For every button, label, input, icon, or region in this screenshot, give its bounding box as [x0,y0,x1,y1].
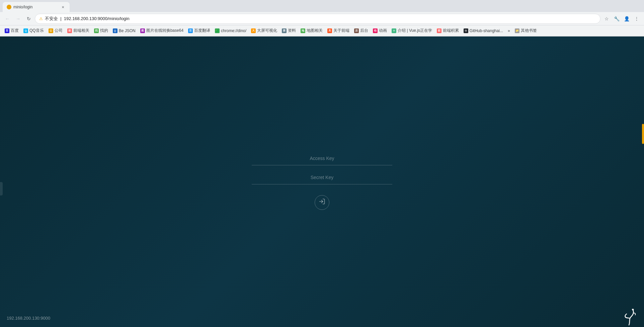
secret-key-input[interactable] [252,173,392,181]
bookmark-star-button[interactable]: ☆ [602,14,611,23]
bookmark-favicon: 百 [5,28,9,33]
bookmark-favicon: 动 [373,28,378,33]
access-key-input[interactable] [252,154,392,162]
bookmark-vue[interactable]: V 介绍 | Vue.js正在学 [390,27,434,34]
svg-point-1 [632,309,634,311]
browser-chrome: minio/login ✕ ← → ↻ ⚠ 不安全 | 192.168.200.… [0,0,644,36]
bookmark-favicon: 找 [94,28,99,33]
tab-close-button[interactable]: ✕ [60,4,66,10]
bookmark-label: 公司 [55,28,63,33]
bookmark-label: 找的 [100,28,108,33]
more-button[interactable]: ⋮ [632,14,641,23]
toolbar-right: ☆ 🔧 👤 ⋮ [602,14,641,23]
bookmark-github[interactable]: G GitHub-shanghai... [462,27,505,34]
main-content: 192.168.200.130:9000 [0,36,644,327]
bookmark-favicon: {} [113,28,117,33]
left-scroll-indicator [0,182,3,195]
bookmark-more[interactable]: » [506,27,512,34]
access-key-group [252,154,392,165]
bookmark-favicon: 🦕 [215,28,220,33]
bookmark-favicon: 公 [49,28,53,33]
bookmark-favicon: 地 [301,28,305,33]
bookmark-baidu-translate[interactable]: 百 百度翻译 [186,27,212,34]
bookmark-favicon: 后 [354,28,359,33]
bookmark-label: 介绍 | Vue.js正在学 [398,28,432,33]
bookmark-favicon: 前 [437,28,441,33]
back-button[interactable]: ← [3,14,12,23]
bookmark-favicon: Q [23,28,28,33]
bookmark-damo[interactable]: 大 大屏可视化 [249,27,279,34]
bookmark-label: 后台 [360,28,368,33]
bookmark-houtai[interactable]: 后 后台 [352,27,370,34]
address-text: 不安全 | 192.168.200.130:9000/minio/login [45,16,596,22]
bookmark-favicon: 关 [327,28,332,33]
minio-logo [621,307,637,323]
bookmark-label: Be JSON [119,28,136,33]
bookmark-label: 百度 [11,28,19,33]
active-tab[interactable]: minio/login ✕ [3,2,70,12]
bookmark-favicon: 前 [67,28,72,33]
bookmark-donghua[interactable]: 动 动画 [371,27,389,34]
bookmark-favicon: 百 [188,28,193,33]
bookmark-label: 其他书签 [521,28,537,33]
security-icon: ⚠ [39,16,43,21]
bookmark-label: 前端相关 [73,28,89,33]
bookmark-label: QQ音乐 [29,28,44,33]
bookmark-label: » [508,28,510,33]
bookmark-favicon: V [392,28,396,33]
server-address: 192.168.200.130:9000 [7,316,50,321]
bookmark-front[interactable]: 前 前端相关 [65,27,91,34]
bookmark-label: 动画 [379,28,387,33]
bookmark-company[interactable]: 公 公司 [47,27,65,34]
bookmark-label: 百度翻译 [194,28,210,33]
bookmark-label: 前端积累 [443,28,459,33]
bookmark-ziliao[interactable]: 资 资料 [280,27,298,34]
bookmarks-bar: 百 百度 Q QQ音乐 公 公司 前 前端相关 找 找的 {} Be JSON … [0,25,644,36]
bookmark-label: 大屏可视化 [257,28,277,33]
scrollbar[interactable] [642,36,644,327]
reload-button[interactable]: ↻ [24,14,33,23]
extension-button[interactable]: 🔧 [612,14,621,23]
bookmark-favicon: 资 [282,28,287,33]
bookmark-baidu[interactable]: 百 百度 [3,27,21,34]
bookmark-label: GitHub-shanghai... [470,28,503,33]
bookmark-favicon: 大 [251,28,256,33]
bookmark-other[interactable]: 📁 其他书签 [513,27,539,34]
login-button[interactable] [315,195,329,210]
bookmark-qq[interactable]: Q QQ音乐 [21,27,46,34]
login-arrow-icon [319,198,325,207]
bookmark-label: 资料 [288,28,296,33]
user-button[interactable]: 👤 [622,14,631,23]
secret-key-group [252,173,392,184]
browser-toolbar: ← → ↻ ⚠ 不安全 | 192.168.200.130:9000/minio… [0,12,644,25]
bookmark-label: 关于前端 [333,28,349,33]
bookmark-dino[interactable]: 🦕 chrome://dino/ [213,27,248,34]
address-bar[interactable]: ⚠ 不安全 | 192.168.200.130:9000/minio/login [35,14,600,24]
bookmark-favicon: G [464,28,468,33]
bookmark-about[interactable]: 关 关于前端 [325,27,351,34]
tab-favicon [7,5,11,9]
scrollbar-thumb [642,124,644,144]
tab-bar: minio/login ✕ [0,0,644,12]
bookmark-map[interactable]: 地 地图相关 [299,27,325,34]
bookmark-bejson[interactable]: {} Be JSON [111,27,138,34]
bookmark-label: chrome://dino/ [221,28,246,33]
bookmark-wode[interactable]: 找 找的 [92,27,110,34]
bookmark-label: 地图相关 [307,28,323,33]
forward-button[interactable]: → [13,14,23,23]
bookmark-favicon: 图 [140,28,145,33]
bookmark-label: 图片在线转换base64 [146,28,183,33]
bookmark-favicon: 📁 [515,28,519,33]
login-form [252,154,392,210]
bookmark-img[interactable]: 图 图片在线转换base64 [138,27,185,34]
tab-title: minio/login [13,5,58,9]
bookmark-front-acc[interactable]: 前 前端积累 [435,27,461,34]
